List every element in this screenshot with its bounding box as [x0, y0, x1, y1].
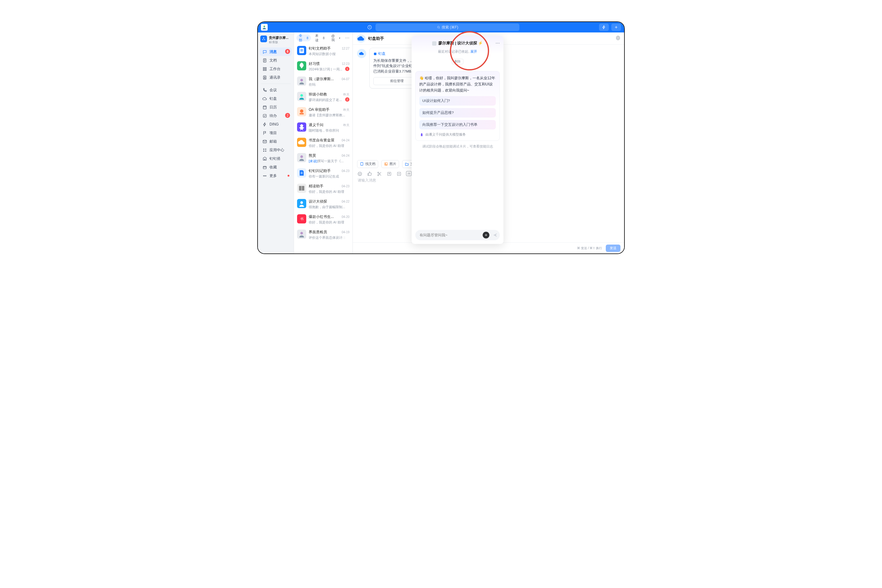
conversation-preview: 本周知识数据小报 — [309, 52, 349, 56]
nav-item-fav[interactable]: 收藏 — [260, 163, 292, 171]
emoji-button[interactable] — [357, 171, 363, 177]
emoji-icon — [358, 171, 362, 176]
conversation-badge: 2 — [345, 98, 349, 102]
conversation-item[interactable]: 书里自有黄金屋04-24你好，我是你的 AI 助理 — [294, 135, 353, 151]
conversation-avatar — [297, 107, 306, 116]
nav-item-ding[interactable]: DING — [260, 120, 292, 129]
agent-expand[interactable]: 展开 — [470, 50, 477, 53]
add-media-button[interactable] — [396, 171, 402, 177]
agent-input[interactable]: ＋ — [415, 230, 500, 240]
conversation-item[interactable]: 设计大侦探04-22很抱歉，由于篇幅限制... — [294, 196, 353, 212]
agent-hello: 👋 哈喽，你好，我叫廖尔摩斯，一名从业12年的产品设计师，我擅长回答产品、交互和… — [419, 75, 496, 94]
svg-point-44 — [378, 174, 379, 176]
like-button[interactable] — [367, 171, 373, 177]
chip-image[interactable]: 图片 — [381, 160, 399, 168]
conversation-preview: 在吗 — [309, 82, 349, 87]
conversation-item[interactable]: 钉钉闪记助手04-23你有一篇新闪记生成 — [294, 166, 353, 181]
conversation-avatar — [297, 199, 306, 208]
bolt-icon — [262, 122, 267, 127]
nav-item-contacts[interactable]: 通讯录 — [260, 73, 292, 82]
tongyi-icon — [420, 133, 424, 136]
svg-point-27 — [300, 109, 304, 112]
conversation-name: 通义千问 — [309, 122, 323, 128]
workspace-switcher[interactable]: 贵州廖尔摩... 标准版 — [260, 35, 292, 48]
agent-suggestion[interactable]: 向我推荐一下交互设计的入门书单 — [419, 120, 496, 129]
chip-find-doc[interactable]: 找文档 — [357, 160, 378, 168]
conversation-avatar — [297, 46, 306, 55]
conversation-preview: 邀请【贵州廖尔摩斯教... — [309, 113, 349, 117]
agent-input-field[interactable] — [419, 233, 483, 237]
tab-at-me[interactable]: @我 ▾ — [329, 34, 343, 41]
nav-item-drive[interactable]: 钉盘 — [260, 94, 292, 103]
conversation-preview: 你好，我是你的 AI 助理 — [309, 189, 349, 194]
conversation-time: 12:27 — [342, 47, 349, 50]
conversation-name: 钉钉文档助手 — [309, 46, 331, 51]
gear-icon — [616, 36, 621, 40]
new-button[interactable] — [611, 24, 621, 31]
nav-item-appcenter[interactable]: 应用中心 — [260, 146, 292, 154]
nav-item-more[interactable]: 更多 — [260, 171, 292, 180]
nav-item-calendar[interactable]: 日历 — [260, 103, 292, 111]
conversation-item[interactable]: 界面质检员04-19评价这个界面总体设计: : — [294, 227, 353, 242]
chat-title: 钉盘助手 — [368, 36, 384, 41]
agent-send-button[interactable] — [493, 232, 498, 238]
flag-icon — [262, 130, 267, 135]
send-button[interactable]: 发送 — [606, 244, 621, 252]
conversation-item[interactable]: 通义千问昨天随时随地，答你所问 — [294, 120, 353, 135]
search-input[interactable]: 搜索 (⌘F) — [376, 24, 519, 31]
conversation-preview: [未读]撰写一篇关于《... — [309, 159, 349, 164]
conversation-time: 昨天 — [343, 123, 349, 128]
conversation-item[interactable]: 书爆款小红书生...04-20你好，我是你的 AI 助理 — [294, 212, 353, 227]
conversation-item[interactable]: 精读助手04-23你好，我是你的 AI 助理 — [294, 181, 353, 196]
conversation-preview: 随时随地，答你所问 — [309, 128, 349, 133]
conversation-time: 昨天 — [343, 93, 349, 97]
nav-item-meeting[interactable]: 会议 — [260, 86, 292, 94]
me-avatar[interactable] — [261, 24, 267, 31]
conversation-name: 好习惯 — [309, 61, 320, 66]
tab-all[interactable]: 全部 8 — [296, 34, 311, 41]
agent-panel: 廖尔摩斯 | 设计大侦探 ⚡ ⋯ 最近对话记录已收起, 展开 删除 👋 哈喽，你… — [412, 36, 503, 244]
conversation-item[interactable]: 熊昊04-24[未读]撰写一篇关于《... — [294, 151, 353, 166]
agent-add-button[interactable]: ＋ — [483, 232, 489, 238]
tab-unread[interactable]: 未读 8 — [313, 34, 327, 41]
scissors-button[interactable] — [377, 171, 382, 177]
nav-dot — [288, 175, 289, 177]
tabs-more[interactable]: ⋯ — [344, 36, 350, 40]
history-button[interactable] — [366, 23, 374, 31]
agent-avatar — [432, 41, 436, 46]
calendar-date-button[interactable]: 26 — [406, 171, 412, 176]
nav-item-project[interactable]: 项目 — [260, 129, 292, 137]
cloud-icon — [357, 34, 365, 42]
agent-delete-tag[interactable]: 删除 — [452, 59, 463, 64]
agent-suggestion[interactable]: 如何提升产品思维? — [419, 108, 496, 117]
nav-item-workbench[interactable]: 工作台 — [260, 64, 292, 73]
conversation-item[interactable]: 班级小助教昨天廖诗涵妈妈提交了老...2 — [294, 89, 353, 105]
conversation-preview: 很抱歉，由于篇幅限制... — [309, 205, 349, 209]
attach-button[interactable] — [386, 171, 392, 177]
grid-icon — [262, 66, 267, 71]
nav-item-messages[interactable]: 消息8 — [260, 48, 292, 56]
workspace-title: 贵州廖尔摩... — [269, 36, 288, 40]
svg-point-41 — [359, 173, 359, 174]
agent-collapse-note: 最近对话记录已收起, 展开 — [415, 49, 500, 54]
export-icon — [387, 171, 392, 176]
conversation-item[interactable]: OA 审批助手昨天邀请【贵州廖尔摩斯教... — [294, 105, 353, 120]
nav-item-todo[interactable]: 待办2 — [260, 111, 292, 120]
conversation-item[interactable]: 好习惯12:232024年第17周 | 一周...1 — [294, 59, 353, 74]
conversation-name: 班级小助教 — [309, 92, 327, 97]
conversation-name: 熊昊 — [309, 153, 316, 158]
conversation-time: 04-20 — [341, 215, 349, 219]
conversation-item[interactable]: 钉钉文档助手12:27本周知识数据小报 — [294, 44, 353, 59]
conversation-item[interactable]: 我（廖尔摩斯...04-07在吗 — [294, 74, 353, 89]
nav-item-docs[interactable]: 文档 — [260, 56, 292, 64]
conversation-avatar — [297, 138, 306, 147]
agent-suggestion[interactable]: UI设计如何入门? — [419, 96, 496, 106]
chat-settings[interactable] — [616, 36, 621, 42]
agent-more[interactable]: ⋯ — [496, 41, 500, 46]
conversation-badge: 1 — [345, 67, 349, 71]
apps-icon — [262, 147, 267, 152]
nav-item-dingda[interactable]: 钉钉搭 — [260, 154, 292, 163]
svg-point-29 — [301, 155, 303, 158]
nav-item-mail[interactable]: 邮箱 — [260, 137, 292, 146]
ai-button[interactable] — [599, 24, 609, 31]
